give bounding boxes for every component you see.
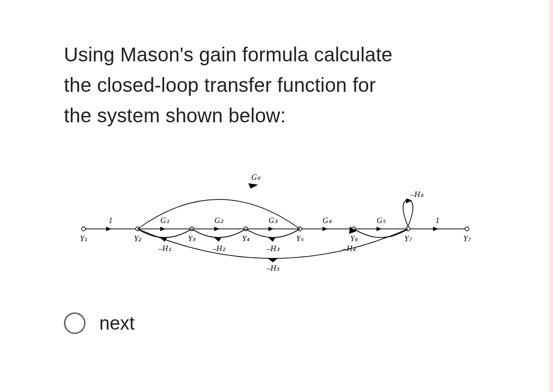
node-y1-label: Y₁ [80,234,87,243]
edge-h3-label: –H₃ [266,244,280,252]
edge-h1-label: –H₁ [158,244,171,252]
edge-g1-label: G₁ [160,216,169,224]
node-y6-label: Y₆ [350,234,359,243]
signal-flow-graph: Y₁ Y₂ Y₃ Y₄ Y₅ Y₆ Y₇ Y₇ 1 G₁ G₂ G₃ G₄ G₅… [64,160,496,288]
question-line-3: the system shown below: [64,105,286,126]
edge-one-left-label: 1 [109,216,113,224]
edge-h6-label: –H₆ [410,190,424,198]
node-y7-label: Y₇ [405,234,413,243]
option-next[interactable]: next [64,312,524,334]
edge-g2-label: G₂ [214,216,224,224]
svg-point-23 [465,227,469,231]
svg-marker-30 [268,258,278,262]
edge-g3-label: G₃ [268,216,278,224]
svg-marker-27 [214,237,221,242]
radio-icon [64,312,86,334]
node-y3-label: Y₃ [188,234,196,243]
edge-g4-label: G₄ [322,216,332,224]
question-line-1: Using Mason's gain formula calculate [64,44,393,65]
edge-g5-label: G₅ [377,216,386,224]
edge-h4-label: –H₄ [342,244,356,252]
edge-g6-label: G₆ [251,173,261,181]
node-y2-label: Y₂ [134,234,142,243]
svg-marker-24 [248,183,258,189]
svg-point-16 [82,227,86,231]
question-line-2: the closed-loop transfer function for [64,74,376,96]
node-y5-label: Y₅ [296,234,304,243]
edge-h5-label: –H₅ [266,264,280,272]
svg-marker-28 [268,237,275,242]
node-y4-label: Y₄ [242,234,250,243]
page-accent-border [549,0,553,392]
option-label: next [99,313,135,334]
question-text: Using Mason's gain formula calculate the… [64,39,524,131]
node-y8-label: Y₇ [464,234,472,243]
edge-h2-label: –H₂ [212,244,226,252]
edge-one-right-label: 1 [436,216,439,224]
